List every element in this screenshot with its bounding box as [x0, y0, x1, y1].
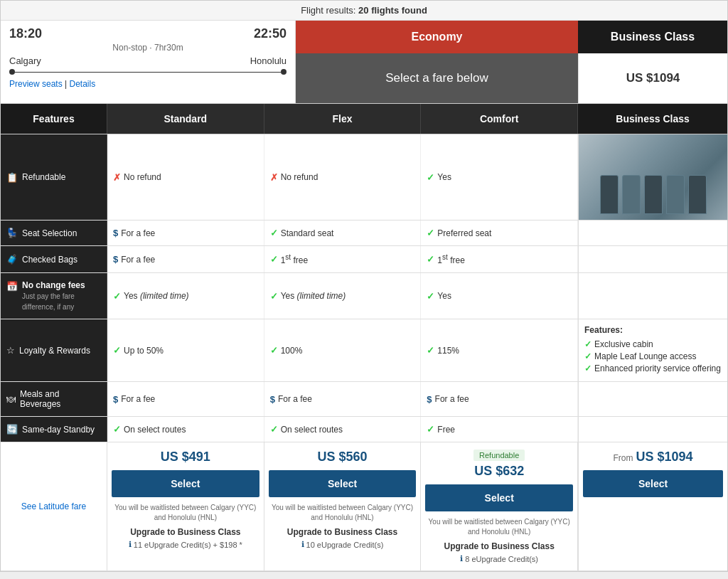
dest-city: Honolulu [250, 55, 287, 66]
standard-standby: ✓ On select routes [107, 417, 264, 442]
business-loyalty: Features: ✓ Exclusive cabin ✓ Maple Leaf… [578, 319, 727, 381]
origin-dot [9, 69, 15, 75]
flex-change: ✓ Yes (limited time) [264, 273, 422, 319]
standard-select-button[interactable]: Select [112, 470, 259, 497]
origin-city: Calgary [9, 55, 41, 66]
comfort-loyalty: ✓ 115% [421, 319, 578, 381]
flight-results-label: Flight results: [301, 5, 355, 16]
tabs-row: Economy Business Class [296, 21, 727, 53]
standard-loyalty: ✓ Up to 50% [107, 319, 264, 381]
flex-standby: ✓ On select routes [264, 417, 422, 442]
see-latitude-link[interactable]: See Latitude fare [21, 501, 86, 511]
business-class-image [579, 134, 727, 220]
comfort-refundable-badge: Refundable [473, 450, 525, 461]
standard-header: Standard [107, 104, 264, 134]
standard-credits: 11 eUpgrade Credit(s) [134, 541, 211, 549]
standard-pricing-cell: US $491 Select You will be waitlisted be… [107, 442, 264, 570]
flex-select-button[interactable]: Select [269, 470, 417, 497]
standard-upgrade-info: ℹ 11 eUpgrade Credit(s) + $198 * [129, 540, 242, 549]
refundable-icon: 📋 [6, 172, 18, 183]
business-from-price: From US $1094 [613, 450, 692, 464]
flex-refundable: ✗ No refund [264, 134, 422, 220]
fare-price-row: Select a fare below US $1094 [296, 53, 727, 103]
flex-upgrade-title: Upgrade to Business Class [287, 527, 397, 537]
feature-bags: 🧳 Checked Bags [1, 246, 107, 272]
standard-refundable: ✗ No refund [107, 134, 264, 220]
business-bags [578, 246, 727, 272]
comfort-pricing-cell: Refundable US $632 Select You will be wa… [421, 442, 578, 570]
flight-info-panel: 18:20 22:50 Non-stop · 7hr30m Calgary Ho… [1, 21, 296, 103]
business-seat [578, 221, 727, 245]
flex-upgrade-info: ℹ 10 eUpgrade Credit(s) [301, 540, 384, 549]
column-headers: Features Standard Flex Comfort Business … [1, 104, 727, 134]
business-meals [578, 382, 727, 416]
standard-upgrade-price: + $198 * [213, 541, 242, 549]
from-label: From [613, 453, 633, 463]
flex-header: Flex [264, 104, 422, 134]
comfort-refundable: ✓ Yes [421, 134, 578, 220]
comfort-standby: ✓ Free [421, 417, 578, 442]
standard-waitlist: You will be waitlisted between Calgary (… [112, 503, 259, 523]
standard-seat: $ For a fee [107, 221, 264, 245]
dest-dot [281, 69, 287, 75]
comfort-waitlist: You will be waitlisted between Calgary (… [425, 517, 573, 537]
business-price-header: US $1094 [578, 53, 727, 103]
comfort-credits: 8 eUpgrade Credit(s) [465, 555, 538, 563]
row-meals: 🍽 Meals and Beverages $ For a fee $ For … [1, 382, 727, 417]
comfort-bags: ✓ 1st free [421, 246, 578, 272]
depart-time: 18:20 [9, 26, 42, 41]
flex-seat: ✓ Standard seat [264, 221, 422, 245]
tab-economy[interactable]: Economy [296, 21, 578, 53]
comfort-change: ✓ Yes [421, 273, 578, 319]
feature-seat: 💺 Seat Selection [1, 221, 107, 245]
comfort-price: US $632 [474, 464, 524, 479]
business-change [578, 273, 727, 319]
business-refundable [578, 134, 727, 220]
feature-meals: 🍽 Meals and Beverages [1, 382, 107, 416]
standard-upgrade-title: Upgrade to Business Class [130, 527, 240, 537]
flex-pricing-cell: US $560 Select You will be waitlisted be… [264, 442, 422, 570]
tab-business[interactable]: Business Class [578, 21, 727, 53]
standard-price: US $491 [161, 450, 210, 464]
features-header: Features [1, 104, 107, 134]
business-price-bottom: US $1094 [636, 450, 692, 464]
comfort-header: Comfort [421, 104, 578, 134]
comfort-seat: ✓ Preferred seat [421, 221, 578, 245]
flex-price: US $560 [317, 450, 367, 464]
see-latitude-cell: See Latitude fare [1, 442, 107, 570]
details-link[interactable]: Details [70, 79, 96, 89]
flex-credits: 10 eUpgrade Credit(s) [306, 541, 384, 549]
comfort-select-button[interactable]: Select [425, 484, 573, 511]
feature-loyalty: ☆ Loyalty & Rewards [1, 319, 107, 381]
tabs-area: Economy Business Class Select a fare bel… [296, 21, 727, 103]
business-pricing-cell: From US $1094 Select [578, 442, 727, 570]
flex-bags: ✓ 1st free [264, 246, 422, 272]
row-refundable: 📋 Refundable ✗ No refund ✗ No refund ✓ Y… [1, 134, 727, 221]
row-loyalty: ☆ Loyalty & Rewards ✓ Up to 50% ✓ 100% ✓… [1, 319, 727, 382]
row-standby: 🔄 Same-day Standby ✓ On select routes ✓ … [1, 417, 727, 442]
feature-standby: 🔄 Same-day Standby [1, 417, 107, 442]
stop-info: Non-stop · 7hr30m [9, 43, 287, 53]
flex-waitlist: You will be waitlisted between Calgary (… [269, 503, 417, 523]
flights-found: 20 flights found [358, 5, 427, 16]
business-select-button[interactable]: Select [583, 470, 723, 497]
preview-details: Preview seats | Details [9, 79, 287, 89]
comfort-meals: $ For a fee [421, 382, 578, 416]
flex-meals: $ For a fee [264, 382, 422, 416]
refundable-label: Refundable [22, 172, 65, 182]
standard-bags: $ For a fee [107, 246, 264, 272]
page-wrapper: Flight results: 20 flights found 18:20 2… [0, 0, 728, 579]
flight-line [15, 72, 281, 73]
comfort-upgrade-title: Upgrade to Business Class [444, 541, 554, 551]
flight-and-tabs: 18:20 22:50 Non-stop · 7hr30m Calgary Ho… [1, 21, 727, 104]
feature-change-fees: 📅 No change fees Just pay the fare diffe… [1, 273, 107, 319]
select-fare-message: Select a fare below [296, 53, 578, 103]
flex-loyalty: ✓ 100% [264, 319, 422, 381]
feature-refundable: 📋 Refundable [1, 134, 107, 220]
main-container: Flight results: 20 flights found 18:20 2… [0, 0, 728, 572]
standard-change: ✓ Yes (limited time) [107, 273, 264, 319]
arrive-time: 22:50 [254, 26, 287, 41]
flight-results-header: Flight results: 20 flights found [1, 1, 727, 21]
row-change-fees: 📅 No change fees Just pay the fare diffe… [1, 273, 727, 319]
preview-seats-link[interactable]: Preview seats [9, 79, 63, 89]
